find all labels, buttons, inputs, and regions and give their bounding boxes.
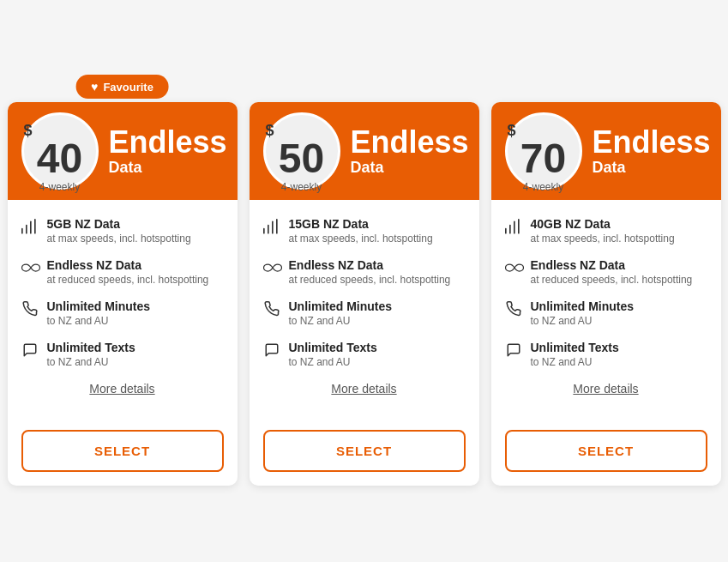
feature-desc-2: to NZ and AU	[47, 315, 151, 327]
feature-title-3: Unlimited Texts	[289, 341, 377, 354]
infinite-icon	[505, 260, 522, 278]
feature-item-1: Endless NZ Data at reduced speeds, incl.…	[21, 258, 224, 286]
plan-title: Endless Data	[109, 125, 227, 178]
price-period: 4-weekly	[39, 181, 80, 193]
feature-title-3: Unlimited Texts	[531, 341, 619, 354]
feature-desc-0: at max speeds, incl. hotspotting	[47, 233, 191, 245]
feature-item-0: 15GB NZ Data at max speeds, incl. hotspo…	[263, 217, 466, 245]
feature-title-2: Unlimited Minutes	[289, 299, 393, 313]
feature-text-3: Unlimited Texts to NZ and AU	[289, 341, 377, 368]
price-dollar: $	[24, 123, 33, 138]
feature-item-3: Unlimited Texts to NZ and AU	[21, 341, 224, 368]
feature-desc-3: to NZ and AU	[289, 356, 377, 368]
feature-desc-0: at max speeds, incl. hotspotting	[289, 233, 433, 245]
feature-text-2: Unlimited Minutes to NZ and AU	[47, 299, 151, 327]
price-amount: 40	[37, 138, 82, 179]
feature-title-3: Unlimited Texts	[47, 341, 135, 354]
select-button[interactable]: SELECT	[263, 430, 466, 472]
more-details-link[interactable]: More details	[263, 382, 466, 396]
price-circle: $ 50 4-weekly	[263, 112, 340, 190]
plan-card-40: ♥ Favourite $ 40 4-weekly Endless Data	[8, 102, 238, 486]
price-period: 4-weekly	[281, 181, 322, 193]
feature-text-1: Endless NZ Data at reduced speeds, incl.…	[531, 258, 693, 286]
chat-icon	[21, 342, 39, 362]
heart-icon: ♥	[91, 80, 98, 94]
price-period: 4-weekly	[523, 181, 563, 193]
plan-name: Endless	[351, 125, 469, 160]
feature-item-3: Unlimited Texts to NZ and AU	[505, 341, 707, 368]
signal-icon	[21, 219, 39, 240]
infinite-icon	[21, 260, 39, 278]
more-details-link[interactable]: More details	[21, 382, 224, 396]
chat-icon	[263, 342, 280, 362]
feature-text-1: Endless NZ Data at reduced speeds, incl.…	[289, 258, 451, 286]
feature-text-0: 40GB NZ Data at max speeds, incl. hotspo…	[531, 217, 675, 245]
signal-icon	[263, 219, 280, 240]
feature-text-3: Unlimited Texts to NZ and AU	[531, 341, 619, 368]
plan-footer: SELECT	[8, 430, 238, 486]
plan-footer: SELECT	[250, 430, 479, 486]
plan-subtitle: Data	[109, 159, 227, 177]
feature-title-2: Unlimited Minutes	[531, 299, 635, 313]
plan-title: Endless Data	[593, 125, 711, 178]
plan-header: $ 70 4-weekly Endless Data	[491, 102, 721, 200]
phone-icon	[505, 301, 522, 321]
feature-desc-3: to NZ and AU	[531, 356, 619, 368]
feature-text-0: 5GB NZ Data at max speeds, incl. hotspot…	[47, 217, 191, 245]
feature-desc-1: at reduced speeds, incl. hotspotting	[289, 274, 451, 286]
price-amount: 70	[520, 138, 566, 179]
plan-card-70: $ 70 4-weekly Endless Data 40GB	[491, 102, 721, 486]
plan-subtitle: Data	[351, 159, 469, 177]
feature-desc-0: at max speeds, incl. hotspotting	[531, 233, 675, 245]
feature-item-2: Unlimited Minutes to NZ and AU	[505, 299, 707, 327]
feature-title-0: 40GB NZ Data	[531, 217, 675, 231]
feature-title-0: 15GB NZ Data	[289, 217, 433, 231]
feature-desc-1: at reduced speeds, incl. hotspotting	[47, 274, 209, 286]
feature-desc-2: to NZ and AU	[289, 315, 393, 327]
feature-item-2: Unlimited Minutes to NZ and AU	[21, 299, 224, 327]
feature-title-0: 5GB NZ Data	[47, 217, 191, 231]
price-dollar: $	[266, 123, 274, 138]
select-button[interactable]: SELECT	[505, 430, 707, 472]
more-details-link[interactable]: More details	[505, 382, 707, 396]
feature-text-2: Unlimited Minutes to NZ and AU	[289, 299, 393, 327]
phone-icon	[263, 301, 280, 321]
feature-desc-3: to NZ and AU	[47, 356, 135, 368]
feature-desc-2: to NZ and AU	[531, 315, 635, 327]
plan-features: 15GB NZ Data at max speeds, incl. hotspo…	[250, 200, 479, 430]
plan-name: Endless	[109, 125, 227, 160]
plan-title: Endless Data	[351, 125, 469, 178]
feature-item-3: Unlimited Texts to NZ and AU	[263, 341, 466, 368]
phone-icon	[21, 301, 39, 321]
plan-footer: SELECT	[491, 430, 721, 486]
favourite-badge: ♥ Favourite	[75, 75, 169, 99]
feature-text-2: Unlimited Minutes to NZ and AU	[531, 299, 635, 327]
feature-text-0: 15GB NZ Data at max speeds, incl. hotspo…	[289, 217, 433, 245]
feature-title-1: Endless NZ Data	[289, 258, 451, 272]
feature-text-3: Unlimited Texts to NZ and AU	[47, 341, 135, 368]
feature-title-1: Endless NZ Data	[47, 258, 209, 272]
plan-subtitle: Data	[593, 159, 711, 177]
feature-item-1: Endless NZ Data at reduced speeds, incl.…	[263, 258, 466, 286]
price-circle: $ 40 4-weekly	[21, 112, 99, 190]
feature-title-2: Unlimited Minutes	[47, 299, 151, 313]
favourite-label: Favourite	[103, 81, 153, 94]
price-circle: $ 70 4-weekly	[505, 112, 582, 190]
plans-container: ♥ Favourite $ 40 4-weekly Endless Data	[8, 76, 721, 486]
plan-card-50: $ 50 4-weekly Endless Data 15GB	[250, 102, 479, 486]
feature-text-1: Endless NZ Data at reduced speeds, incl.…	[47, 258, 209, 286]
feature-item-0: 5GB NZ Data at max speeds, incl. hotspot…	[21, 217, 224, 245]
price-dollar: $	[508, 123, 516, 138]
signal-icon	[505, 219, 522, 240]
infinite-icon	[263, 260, 280, 278]
plan-features: 40GB NZ Data at max speeds, incl. hotspo…	[491, 200, 721, 430]
feature-item-2: Unlimited Minutes to NZ and AU	[263, 299, 466, 327]
plan-features: 5GB NZ Data at max speeds, incl. hotspot…	[8, 200, 238, 430]
select-button[interactable]: SELECT	[21, 430, 224, 472]
chat-icon	[505, 342, 522, 362]
price-amount: 50	[279, 138, 324, 179]
feature-item-1: Endless NZ Data at reduced speeds, incl.…	[505, 258, 707, 286]
plan-header: $ 40 4-weekly Endless Data	[8, 102, 238, 200]
plan-header: $ 50 4-weekly Endless Data	[250, 102, 479, 200]
feature-item-0: 40GB NZ Data at max speeds, incl. hotspo…	[505, 217, 707, 245]
